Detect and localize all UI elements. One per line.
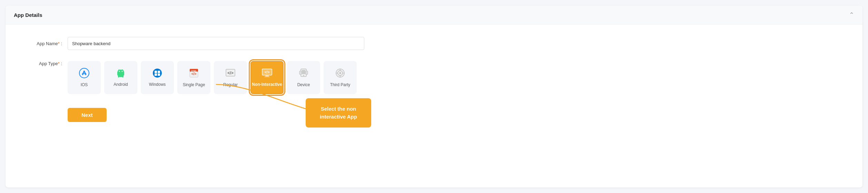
regular-icon: </> [225, 68, 236, 80]
svg-point-6 [122, 71, 123, 72]
app-type-noninteractive[interactable]: </> Non-Interactive [250, 61, 284, 94]
app-type-regular[interactable]: </> Regular [214, 61, 247, 94]
android-label: Android [114, 82, 128, 87]
windows-icon [152, 68, 162, 80]
section-title: App Details [14, 12, 42, 18]
svg-point-5 [119, 71, 120, 72]
singlepage-label: Single Page [183, 82, 205, 87]
device-label: Device [297, 82, 310, 87]
svg-text:</>: </> [265, 70, 270, 74]
app-type-singlepage[interactable]: HTML </> Single Page [177, 61, 210, 94]
callout-text: Select the non interactive App [320, 106, 357, 120]
ios-icon: A [79, 68, 90, 80]
regular-label: Regular [223, 82, 238, 87]
thirdparty-icon [335, 68, 346, 80]
svg-rect-25 [264, 77, 270, 77]
next-button[interactable]: Next [68, 108, 107, 122]
android-icon [116, 68, 126, 80]
collapse-icon[interactable]: ⌃ [849, 11, 854, 19]
thirdparty-label: Third Party [330, 82, 351, 87]
svg-rect-24 [265, 75, 269, 77]
action-row: Next Select the non interactive App [68, 105, 849, 122]
svg-text:</>: </> [227, 71, 233, 75]
svg-rect-13 [158, 71, 160, 73]
app-type-android[interactable]: Android [104, 61, 137, 94]
noninteractive-icon: </> [261, 68, 273, 80]
svg-rect-15 [158, 73, 160, 76]
windows-label: Windows [149, 82, 166, 87]
svg-rect-30 [306, 71, 308, 74]
app-name-label: App Name* : [19, 41, 68, 46]
svg-point-33 [339, 72, 341, 74]
svg-rect-12 [155, 71, 157, 73]
app-type-ios[interactable]: A IOS [68, 61, 101, 94]
svg-rect-14 [155, 73, 157, 76]
svg-rect-27 [302, 70, 305, 74]
app-type-label: App Type* : [19, 61, 68, 66]
noninteractive-label: Non-Interactive [252, 82, 282, 87]
app-type-windows[interactable]: Windows [141, 61, 174, 94]
app-name-row: App Name* : [19, 37, 849, 50]
svg-text:</>: </> [191, 72, 197, 76]
app-details-panel: App Details ⌃ App Name* : App Type* : [6, 6, 862, 187]
svg-rect-10 [122, 75, 124, 78]
svg-point-28 [303, 75, 304, 76]
app-type-options: A IOS [68, 61, 357, 94]
app-type-device[interactable]: Device [287, 61, 320, 94]
app-type-row: App Type* : A IOS [19, 61, 849, 94]
callout-box: Select the non interactive App [306, 98, 371, 128]
device-icon [298, 68, 309, 80]
app-name-input[interactable] [68, 37, 364, 50]
singlepage-icon: HTML </> [188, 68, 199, 80]
svg-text:HTML: HTML [191, 70, 197, 72]
svg-rect-29 [299, 71, 302, 74]
svg-rect-9 [118, 75, 119, 78]
section-body: App Name* : App Type* : A [6, 24, 862, 139]
svg-point-11 [153, 69, 162, 78]
app-type-thirdparty[interactable]: Third Party [324, 61, 357, 94]
ios-label: IOS [81, 82, 88, 87]
section-header: App Details ⌃ [6, 6, 862, 24]
